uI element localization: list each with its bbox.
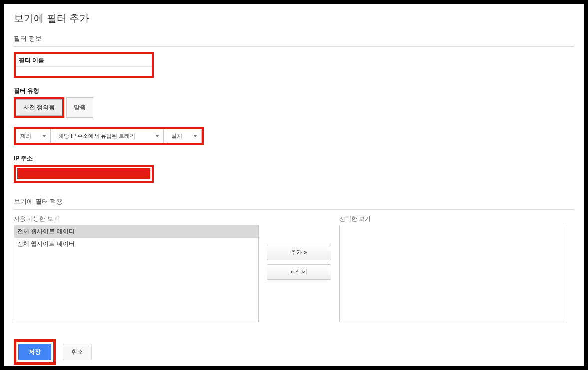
filter-type-toggle: 사전 정의됨 맞춤	[14, 97, 93, 118]
available-views-label: 사용 가능한 보기	[14, 215, 259, 223]
filter-rule-highlight: 제외 해당 IP 주소에서 유입된 트래픽 일치	[14, 127, 204, 145]
selected-views-label: 선택한 보기	[339, 215, 564, 223]
list-item[interactable]: 전체 웹사이트 데이터	[14, 238, 258, 250]
ip-address-highlight	[14, 165, 154, 183]
transfer-buttons: 추가 » « 삭제	[259, 245, 339, 280]
chevron-down-icon	[155, 135, 159, 137]
filter-info-section: 필터 정보 필터 이름 필터 유형 사전 정의됨 맞춤 제외 해당 IP 주소에…	[14, 34, 574, 183]
add-button[interactable]: 추가 »	[267, 245, 331, 260]
traffic-source-dropdown[interactable]: 해당 IP 주소에서 유입된 트래픽	[54, 129, 164, 143]
filter-name-label: 필터 이름	[16, 54, 152, 66]
selected-views-column: 선택한 보기	[339, 215, 564, 322]
exclude-dropdown-label: 제외	[20, 132, 31, 140]
selected-views-list[interactable]	[339, 225, 564, 322]
custom-button[interactable]: 맞춤	[66, 97, 93, 118]
filter-type-label: 필터 유형	[14, 87, 574, 95]
filter-name-input[interactable]	[16, 67, 152, 78]
ip-address-section: IP 주소	[14, 154, 574, 183]
ip-address-input[interactable]	[17, 168, 150, 179]
match-dropdown-label: 일치	[171, 132, 182, 140]
remove-button[interactable]: « 삭제	[267, 264, 331, 280]
apply-filter-heading: 보기에 필터 적용	[14, 197, 574, 210]
traffic-source-dropdown-label: 해당 IP 주소에서 유입된 트래픽	[58, 132, 135, 140]
apply-filter-section: 보기에 필터 적용 사용 가능한 보기 전체 웹사이트 데이터 전체 웹사이트 …	[14, 197, 574, 322]
chevron-down-icon	[193, 135, 197, 137]
filter-info-heading: 필터 정보	[14, 34, 574, 47]
page-title: 보기에 필터 추가	[14, 12, 574, 25]
list-item[interactable]: 전체 웹사이트 데이터	[14, 225, 258, 238]
cancel-button[interactable]: 취소	[63, 344, 92, 360]
predefined-highlight: 사전 정의됨	[14, 97, 64, 118]
available-views-list[interactable]: 전체 웹사이트 데이터 전체 웹사이트 데이터	[14, 225, 259, 322]
filter-name-highlight: 필터 이름	[14, 52, 154, 78]
chevron-down-icon	[42, 135, 46, 137]
exclude-dropdown[interactable]: 제외	[16, 129, 51, 143]
ip-address-label: IP 주소	[14, 154, 574, 163]
save-highlight: 저장	[14, 339, 56, 365]
save-button[interactable]: 저장	[18, 344, 51, 360]
footer-actions: 저장 취소	[14, 339, 574, 365]
available-views-column: 사용 가능한 보기 전체 웹사이트 데이터 전체 웹사이트 데이터	[14, 215, 259, 322]
predefined-button[interactable]: 사전 정의됨	[16, 99, 62, 116]
match-dropdown[interactable]: 일치	[167, 129, 202, 143]
